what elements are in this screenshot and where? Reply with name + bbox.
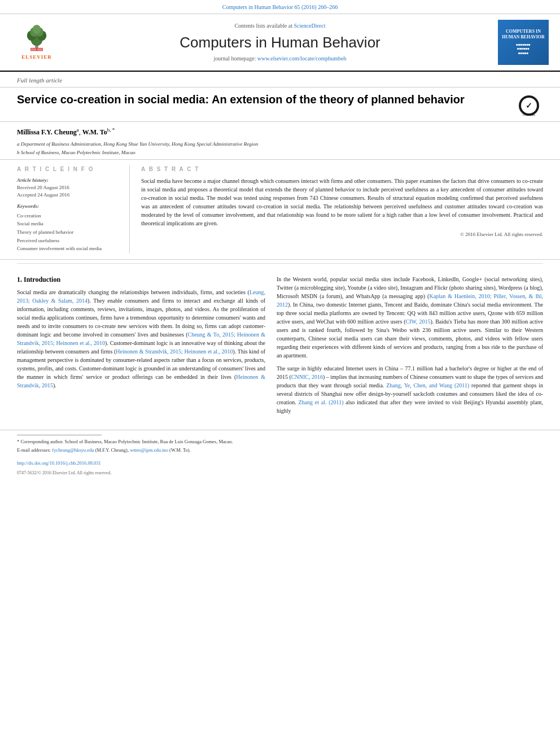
body-left-para1: Social media are dramatically changing t… [17, 288, 265, 390]
abstract-column: A B S T R A C T Social media have become… [141, 165, 543, 253]
keyword-2: Social media [17, 220, 121, 228]
ref-zhang2011[interactable]: Zhang, Ye, Chen, and Wang (2011) [386, 382, 469, 388]
body-divider [17, 263, 543, 264]
crossmark-container: ✓ CrossMark [515, 92, 543, 117]
body-right-column: In the Western world, popular social med… [277, 275, 543, 420]
email1-name: (M.F.Y. Cheung), [95, 447, 129, 453]
email-label: E-mail addresses: [17, 447, 51, 453]
article-info-header: A R T I C L E I N F O [17, 165, 121, 173]
ref-ciw2015[interactable]: CIW, 2015 [406, 318, 431, 325]
elsevier-label: ELSEVIER [21, 54, 52, 61]
doi-link-container: http://dx.doi.org/10.1016/j.chb.2016.08.… [0, 458, 560, 469]
svg-text:CrossMark: CrossMark [523, 113, 536, 116]
elsevier-tree-icon [20, 24, 54, 53]
author1-sup: a [77, 127, 79, 133]
article-title-section: Service co-creation in social media: An … [0, 88, 560, 122]
journal-homepage: journal homepage: www.elsevier.com/locat… [68, 55, 492, 63]
crossmark-icon: ✓ CrossMark [518, 94, 540, 117]
abstract-header: A B S T R A C T [141, 165, 543, 173]
citation-text: Computers in Human Behavior 65 (2016) 26… [222, 4, 338, 10]
svg-text:✓: ✓ [526, 102, 532, 110]
ref-kaplan2010[interactable]: Kaplan & Haenlein, 2010; Piller, Vossen,… [277, 293, 543, 308]
keywords-section: Keywords: Co-creation Social media Theor… [17, 203, 121, 252]
section1-title: 1. Introduction [17, 275, 265, 285]
contents-line: Contents lists available at ScienceDirec… [68, 22, 492, 30]
journal-header: ELSEVIER Contents lists available at Sci… [0, 14, 560, 72]
doi-link[interactable]: http://dx.doi.org/10.1016/j.chb.2016.08.… [17, 460, 101, 466]
affiliation-a: a Department of Business Administration,… [17, 141, 543, 148]
authors-section: Millissa F.Y. Cheunga, W.M. Tob, * a Dep… [0, 122, 560, 160]
journal-cover-image: COMPUTERS IN HUMAN BEHAVIOR ■■■■■■■ ■■■■… [498, 20, 549, 65]
footnote-email: E-mail addresses: fycheung@hksyu.edu (M.… [17, 447, 543, 454]
page: Computers in Human Behavior 65 (2016) 26… [0, 0, 560, 481]
copyright-line: © 2016 Elsevier Ltd. All rights reserved… [141, 231, 543, 238]
ref-heinonen2015[interactable]: Heinonen & Strandvik, 2015; Heinonen et … [116, 348, 233, 355]
article-info-abstract: A R T I C L E I N F O Article history: R… [0, 160, 560, 259]
footnote-corresponding: * Corresponding author. School of Busine… [17, 439, 543, 445]
article-info-column: A R T I C L E I N F O Article history: R… [17, 165, 130, 253]
author2-sup: b, * [107, 127, 115, 133]
journal-title: Computers in Human Behavior [68, 32, 492, 53]
article-type: Full length article [0, 72, 560, 88]
email-link-2[interactable]: wmto@ipm.edu.mo [130, 447, 168, 453]
email2-name: (W.M. To). [169, 447, 191, 453]
journal-center-info: Contents lists available at ScienceDirec… [68, 22, 492, 63]
keyword-4: Perceived usefulness [17, 237, 121, 244]
abstract-text: Social media have become a major channel… [141, 177, 543, 228]
accepted-date: Accepted 24 August 2016 [17, 191, 121, 199]
body-content: 1. Introduction Social media are dramati… [0, 267, 560, 427]
email-link-1[interactable]: fycheung@hksyu.edu [52, 447, 94, 453]
keyword-1: Co-creation [17, 212, 121, 220]
body-left-column: 1. Introduction Social media are dramati… [17, 275, 265, 420]
article-title: Service co-creation in social media: An … [17, 92, 515, 107]
authors-line: Millissa F.Y. Cheunga, W.M. Tob, * [17, 126, 543, 137]
ref-cheung2015[interactable]: Cheung & To, 2015; Heinonen & Strandvik,… [17, 331, 265, 346]
body-right-para1: In the Western world, popular social med… [277, 275, 543, 360]
elsevier-logo: ELSEVIER [11, 24, 62, 61]
keyword-5: Consumer involvement with social media [17, 245, 121, 252]
issn-line: 0747-5632/© 2016 Elsevier Ltd. All right… [0, 469, 560, 480]
footnotes-section: * Corresponding author. School of Busine… [0, 430, 560, 458]
keywords-label: Keywords: [17, 203, 121, 210]
ref-zhang2011b[interactable]: Zhang et al. (2011) [298, 399, 343, 405]
svg-rect-8 [31, 48, 36, 50]
affiliation-b: b School of Business, Macao Polytechnic … [17, 149, 543, 156]
svg-point-6 [33, 25, 41, 34]
science-direct-link[interactable]: ScienceDirect [294, 23, 325, 29]
history-label: Article history: [17, 177, 121, 184]
keyword-3: Theory of planned behavior [17, 229, 121, 236]
article-history: Article history: Received 20 August 2016… [17, 177, 121, 198]
ref-leung2013[interactable]: Leung, 2013; Oakley & Salam, 2014 [17, 289, 265, 304]
body-right-para2: The surge in highly educated Internet us… [277, 364, 543, 415]
journal-citation: Computers in Human Behavior 65 (2016) 26… [0, 0, 560, 14]
ref-heinonen2015b[interactable]: Heinonen & Strandvik, 2015 [17, 374, 265, 388]
ref-cnnic2016[interactable]: CNNIC, 2016 [291, 374, 323, 380]
author2-name: W.M. To [82, 128, 107, 136]
homepage-link[interactable]: www.elsevier.com/locate/comphumbeh [257, 55, 347, 62]
svg-rect-9 [37, 48, 42, 50]
received-date: Received 20 August 2016 [17, 184, 121, 191]
author1-name: Millissa F.Y. Cheung [17, 128, 77, 136]
